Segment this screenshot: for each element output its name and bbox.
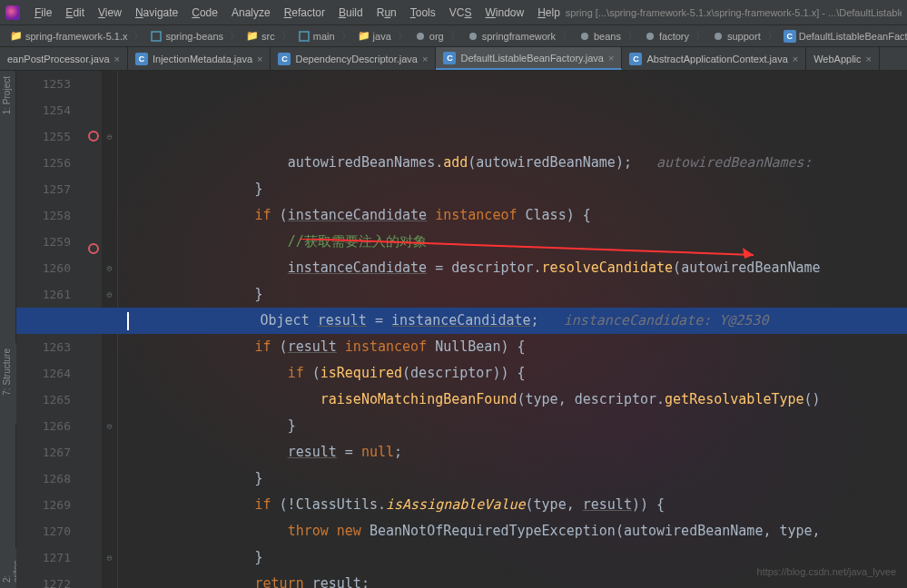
- tool-structure[interactable]: 7: Structure: [0, 343, 14, 401]
- fold-slot[interactable]: [102, 387, 117, 413]
- code-line[interactable]: if (isRequired(descriptor)) {: [118, 360, 907, 387]
- close-icon[interactable]: ×: [257, 54, 262, 64]
- breakpoint-slot[interactable]: [85, 183, 102, 210]
- breakpoint-slot[interactable]: [85, 157, 102, 183]
- fold-slot[interactable]: [102, 202, 117, 229]
- breadcrumb-sep: 〉: [396, 29, 409, 43]
- menu-vcs[interactable]: VCS: [444, 4, 478, 22]
- code-line[interactable]: }: [118, 281, 907, 308]
- menu-navigate[interactable]: Navigate: [130, 4, 183, 22]
- fold-slot[interactable]: ⊖: [102, 413, 117, 439]
- breadcrumb-item[interactable]: support: [709, 30, 764, 43]
- close-icon[interactable]: ×: [866, 54, 872, 64]
- menu-tools[interactable]: Tools: [405, 4, 441, 22]
- line-number: 1258: [16, 202, 71, 229]
- editor-tab[interactable]: WebApplic×: [806, 47, 880, 70]
- code-line[interactable]: result = null;: [118, 439, 907, 466]
- fold-slot[interactable]: [102, 176, 117, 202]
- breakpoint-slot[interactable]: [85, 559, 102, 585]
- menu-refactor[interactable]: Refactor: [279, 4, 330, 22]
- code-line[interactable]: Object result = instanceCandidate; insta…: [118, 308, 907, 334]
- code-line[interactable]: if (result instanceof NullBean) {: [118, 334, 907, 360]
- close-icon[interactable]: ×: [422, 54, 428, 64]
- menu-file[interactable]: File: [29, 4, 57, 22]
- fold-slot[interactable]: ⊖: [102, 255, 117, 281]
- menu-window[interactable]: Window: [479, 4, 529, 22]
- breadcrumb-item[interactable]: org: [411, 30, 447, 43]
- menu-view[interactable]: View: [93, 4, 127, 22]
- fold-slot[interactable]: [102, 360, 117, 387]
- breadcrumb-label: spring-framework-5.1.x: [25, 31, 127, 42]
- breakpoint-slot[interactable]: [85, 427, 102, 454]
- tab-label: AbstractApplicationContext.java: [646, 54, 787, 64]
- code-line[interactable]: if (!ClassUtils.isAssignableValue(type, …: [118, 492, 907, 518]
- fold-slot[interactable]: ⊖: [102, 123, 117, 150]
- code-line[interactable]: raiseNoMatchingBeanFound(type, descripto…: [118, 387, 907, 413]
- breadcrumb-item[interactable]: 📁spring-framework-5.1.x: [7, 30, 130, 43]
- code-line[interactable]: instanceCandidate = descriptor.resolveCa…: [118, 255, 907, 281]
- breakpoint-slot[interactable]: [85, 131, 102, 157]
- breakpoint-slot[interactable]: [85, 480, 102, 506]
- breakpoint-slot[interactable]: [85, 71, 102, 97]
- breakpoint-slot[interactable]: [85, 401, 102, 427]
- close-icon[interactable]: ×: [793, 54, 798, 64]
- fold-slot[interactable]: [102, 571, 117, 588]
- fold-slot[interactable]: [102, 71, 117, 97]
- breadcrumb-item[interactable]: springframework: [464, 30, 558, 43]
- breakpoint-slot[interactable]: [85, 243, 102, 270]
- fold-slot[interactable]: [102, 466, 117, 492]
- breadcrumb-item[interactable]: spring-beans: [147, 30, 226, 43]
- fold-slot[interactable]: [102, 150, 117, 176]
- breakpoint-slot[interactable]: [85, 454, 102, 480]
- breadcrumb-label: DefaultListableBeanFactory: [799, 31, 907, 42]
- breakpoint-slot[interactable]: [85, 533, 102, 559]
- fold-slot[interactable]: ⊖: [102, 281, 117, 308]
- menu-run[interactable]: Run: [371, 4, 402, 22]
- menu-edit[interactable]: Edit: [60, 4, 90, 22]
- menu-analyze[interactable]: Analyze: [226, 4, 276, 22]
- editor-tabs: eanPostProcessor.java×CInjectionMetadata…: [0, 47, 907, 71]
- code-line[interactable]: //获取需要注入的对象: [118, 229, 907, 255]
- fold-slot[interactable]: [102, 97, 117, 123]
- breakpoint-slot[interactable]: [85, 97, 102, 123]
- line-number: 1265: [16, 387, 71, 413]
- fold-slot[interactable]: ⊖: [102, 544, 117, 571]
- fold-slot[interactable]: [102, 492, 117, 518]
- editor-tab[interactable]: CAbstractApplicationContext.java×: [622, 47, 806, 70]
- code-line[interactable]: }: [118, 466, 907, 492]
- code-editor[interactable]: 1253125412551256125712581259126012611262…: [16, 71, 907, 588]
- tool-project[interactable]: 1: Project: [0, 71, 14, 120]
- menu-help[interactable]: Help: [532, 4, 566, 22]
- code-line[interactable]: }: [118, 176, 907, 202]
- fold-slot[interactable]: [102, 229, 117, 255]
- breakpoint-icon[interactable]: [88, 131, 99, 142]
- breakpoint-slot[interactable]: [85, 270, 102, 296]
- editor-tab[interactable]: eanPostProcessor.java×: [0, 47, 128, 70]
- breadcrumb-item[interactable]: main: [295, 30, 338, 43]
- fold-slot[interactable]: [102, 334, 117, 360]
- breakpoint-slot[interactable]: [85, 210, 102, 236]
- editor-tab[interactable]: CDefaultListableBeanFactory.java×: [436, 47, 622, 70]
- breadcrumb-item[interactable]: factory: [641, 30, 692, 43]
- breakpoint-slot[interactable]: [85, 375, 102, 401]
- code-line[interactable]: if (instanceCandidate instanceof Class) …: [118, 202, 907, 229]
- code-line[interactable]: autowiredBeanNames.add(autowiredBeanName…: [118, 150, 907, 176]
- breakpoint-slot[interactable]: [85, 348, 102, 375]
- breakpoint-slot[interactable]: [85, 506, 102, 533]
- menu-build[interactable]: Build: [333, 4, 369, 22]
- breadcrumb-item[interactable]: 📁src: [243, 30, 278, 43]
- breadcrumb-item[interactable]: CDefaultListableBeanFactory: [781, 30, 907, 43]
- code-line[interactable]: throw new BeanNotOfRequiredTypeException…: [118, 518, 907, 544]
- close-icon[interactable]: ×: [114, 54, 120, 64]
- breadcrumb-item[interactable]: 📁java: [355, 30, 394, 43]
- fold-slot[interactable]: [102, 439, 117, 466]
- menu-code[interactable]: Code: [186, 4, 223, 22]
- close-icon[interactable]: ×: [608, 53, 614, 64]
- code-line[interactable]: }: [118, 413, 907, 439]
- breakpoint-icon[interactable]: [88, 243, 99, 254]
- fold-slot[interactable]: [102, 518, 117, 544]
- breadcrumb-item[interactable]: beans: [576, 30, 624, 43]
- code-area[interactable]: autowiredBeanNames.add(autowiredBeanName…: [118, 71, 907, 588]
- editor-tab[interactable]: CInjectionMetadata.java×: [128, 47, 271, 70]
- editor-tab[interactable]: CDependencyDescriptor.java×: [271, 47, 436, 70]
